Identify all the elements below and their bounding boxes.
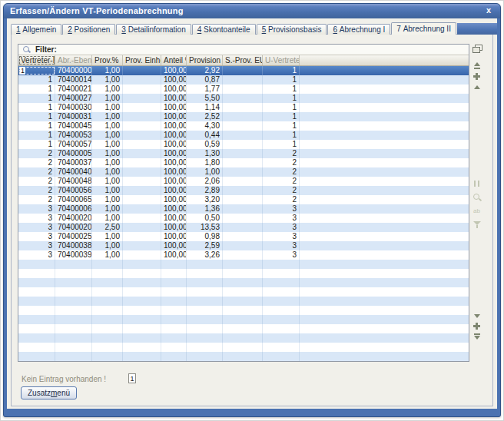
empty-cell bbox=[92, 287, 123, 297]
empty-cell bbox=[161, 269, 187, 278]
empty-cell bbox=[223, 269, 263, 278]
table-row[interactable]: 1704000001,00100,002,921 bbox=[18, 66, 469, 75]
tab-abrechnung-ii[interactable]: 7 Abrechnung II bbox=[391, 22, 456, 35]
empty-cell bbox=[223, 306, 263, 315]
cell-einheiten bbox=[123, 75, 161, 85]
empty-cell bbox=[55, 324, 92, 333]
cell-ebene: 70400045 bbox=[55, 121, 92, 131]
cell-prov: 2,50 bbox=[92, 223, 123, 232]
empty-cell bbox=[263, 324, 300, 333]
column-header-sprov[interactable]: S.-Prov. EUR bbox=[223, 55, 263, 65]
column-header-provision[interactable]: Provision EUR bbox=[187, 55, 223, 65]
table-row[interactable]: 1704000311,00100,002,521 bbox=[18, 112, 469, 121]
table-row[interactable]: 2704000651,00100,003,202 bbox=[18, 195, 469, 204]
tab-allgemein[interactable]: 1 Allgemein bbox=[11, 24, 61, 35]
columns-icon[interactable] bbox=[472, 179, 482, 188]
table-row[interactable]: 1704000301,00100,001,141 bbox=[18, 103, 469, 112]
row-filler bbox=[300, 269, 469, 278]
column-header-vertreter[interactable]: Vertreter-Nr. bbox=[18, 55, 55, 65]
table-row[interactable]: 2704000371,00100,001,802 bbox=[18, 158, 469, 167]
scroll-bottom-icon[interactable] bbox=[472, 333, 482, 342]
table-row[interactable]: 1704000531,00100,000,441 bbox=[18, 131, 469, 140]
cell-provision: 0,59 bbox=[187, 140, 223, 149]
cell-prov: 1,00 bbox=[92, 94, 123, 103]
cell-ebene: 70400065 bbox=[55, 195, 92, 204]
table-row[interactable]: 3704000251,00100,000,983 bbox=[18, 232, 469, 241]
row-filler bbox=[300, 214, 469, 223]
cell-provision: 1,14 bbox=[187, 103, 223, 112]
cell-provision: 2,59 bbox=[187, 241, 223, 250]
table-row[interactable]: 3704000381,00100,002,593 bbox=[18, 241, 469, 250]
table-row[interactable]: 3704000061,00100,001,363 bbox=[18, 204, 469, 214]
table-row[interactable]: 2704000051,00100,001,302 bbox=[18, 149, 469, 158]
column-header-uvertreter[interactable]: U-Vertreter bbox=[263, 55, 300, 65]
empty-cell bbox=[263, 306, 300, 315]
tab-skontoanteile[interactable]: 4 Skontoanteile bbox=[192, 24, 256, 35]
empty-cell bbox=[92, 333, 123, 343]
tab-positionen[interactable]: 2 Positionen bbox=[62, 24, 115, 35]
table-row[interactable]: 1704000451,00100,004,301 bbox=[18, 121, 469, 131]
cell-vertreter: 1 bbox=[18, 85, 55, 94]
column-header-prov[interactable]: Prov.% bbox=[92, 55, 123, 65]
empty-cell bbox=[187, 269, 223, 278]
cell-einheiten bbox=[123, 195, 161, 204]
cell-anteil: 100,00 bbox=[161, 75, 187, 85]
empty-cell bbox=[187, 343, 223, 352]
empty-row bbox=[18, 343, 469, 352]
table-row[interactable]: 2704000561,00100,002,892 bbox=[18, 186, 469, 195]
table-row[interactable]: 3704000201,00100,000,503 bbox=[18, 214, 469, 223]
tab-abrechnung-i[interactable]: 6 Abrechnung I bbox=[327, 24, 390, 35]
empty-cell bbox=[263, 297, 300, 306]
scroll-plus-bottom-icon[interactable] bbox=[472, 322, 482, 331]
table-row[interactable]: 3704000391,00100,003,263 bbox=[18, 250, 469, 260]
cell-uvertreter: 2 bbox=[263, 158, 300, 167]
scroll-down-icon[interactable] bbox=[472, 311, 482, 320]
table-row[interactable]: 1704000571,00100,000,591 bbox=[18, 140, 469, 149]
scroll-plus-top-icon[interactable] bbox=[472, 72, 482, 81]
row-filler bbox=[300, 223, 469, 232]
close-icon[interactable]: x bbox=[486, 5, 491, 15]
cell-vertreter: 2 bbox=[18, 177, 55, 186]
scroll-top-icon[interactable] bbox=[472, 61, 482, 70]
cell-provision: 1,30 bbox=[187, 149, 223, 158]
cell-uvertreter: 2 bbox=[263, 186, 300, 195]
row-filler bbox=[300, 297, 469, 306]
row-filler bbox=[300, 333, 469, 343]
column-chooser-icon[interactable] bbox=[472, 45, 482, 54]
empty-cell bbox=[187, 278, 223, 287]
cell-sprov bbox=[223, 158, 263, 167]
cell-uvertreter: 3 bbox=[263, 223, 300, 232]
empty-cell bbox=[123, 343, 161, 352]
cell-ebene: 70400005 bbox=[55, 149, 92, 158]
cell-prov: 1,00 bbox=[92, 131, 123, 140]
column-header-ebene[interactable]: Abr.-Ebene bbox=[55, 55, 92, 65]
zusatzmenu-button[interactable]: Zusatzmenü bbox=[21, 386, 77, 399]
grid-area: Filter: Vertreter-Nr.Abr.-EbeneProv.%Pro… bbox=[18, 44, 485, 362]
cell-sprov bbox=[223, 177, 263, 186]
tab-provisionsbasis[interactable]: 5 Provisionsbasis bbox=[257, 24, 327, 35]
empty-cell bbox=[92, 343, 123, 352]
cell-anteil: 100,00 bbox=[161, 241, 187, 250]
table-row[interactable]: 1704000141,00100,000,871 bbox=[18, 75, 469, 85]
filter-funnel-icon[interactable] bbox=[472, 220, 482, 229]
table-row[interactable]: 3704000202,50100,0013,533 bbox=[18, 223, 469, 232]
table-row[interactable]: 2704000481,00100,002,062 bbox=[18, 177, 469, 186]
empty-cell bbox=[161, 343, 187, 352]
column-header-einheiten[interactable]: Prov. Einheiten bbox=[123, 55, 161, 65]
text-icon[interactable] bbox=[472, 207, 482, 216]
search-icon[interactable] bbox=[472, 193, 482, 202]
scroll-up-icon[interactable] bbox=[472, 84, 482, 93]
table-row[interactable]: 2704000401,00100,001,002 bbox=[18, 167, 469, 177]
cell-vertreter: 1 bbox=[18, 121, 55, 131]
table-row[interactable]: 1704000271,00100,005,501 bbox=[18, 94, 469, 103]
tab-detailinformation[interactable]: 3 Detailinformation bbox=[116, 24, 191, 35]
column-header-anteil[interactable]: Anteil % bbox=[161, 55, 187, 65]
cell-anteil: 100,00 bbox=[161, 94, 187, 103]
cell-vertreter: 1 bbox=[18, 112, 55, 121]
row-filler bbox=[300, 250, 469, 260]
cell-prov: 1,00 bbox=[92, 177, 123, 186]
cell-uvertreter: 1 bbox=[263, 112, 300, 121]
filter-magnifier-icon[interactable] bbox=[22, 45, 31, 54]
row-filler bbox=[300, 75, 469, 85]
table-row[interactable]: 1704000211,00100,001,771 bbox=[18, 85, 469, 94]
